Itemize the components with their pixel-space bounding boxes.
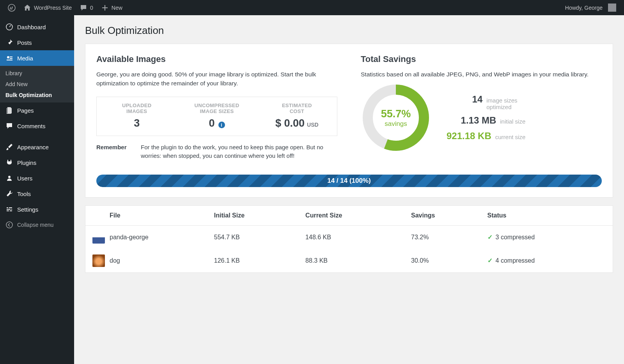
sidebar-item-settings[interactable]: Settings <box>0 201 74 217</box>
sidebar-item-comments[interactable]: Comments <box>0 118 74 134</box>
sidebar-item-appearance[interactable]: Appearance <box>0 139 74 155</box>
plug-icon <box>5 159 13 166</box>
pin-icon <box>5 39 13 46</box>
thumbnail <box>92 254 105 267</box>
site-name-text: WordPress Site <box>34 5 72 11</box>
comments-count: 0 <box>90 5 93 11</box>
progress-text: 14 / 14 (100%) <box>96 175 602 187</box>
table-row: panda-george 554.7 KB 148.6 KB 73.2% ✓3 … <box>85 225 613 249</box>
optimized-count: 14 <box>472 94 483 105</box>
cell-current: 88.3 KB <box>301 249 406 272</box>
site-name-link[interactable]: WordPress Site <box>20 0 76 15</box>
stat-cost-unit: USD <box>307 122 319 128</box>
th-file: File <box>110 206 209 226</box>
sidebar-item-pages[interactable]: Pages <box>0 102 74 118</box>
remember-text: For the plugin to do the work, you need … <box>141 143 337 161</box>
cell-initial: 126.1 KB <box>209 249 301 272</box>
stat-uncompressed: UNCOMPRESSEDIMAGE SIZES 0 i <box>177 97 257 136</box>
stats-row: UPLOADEDIMAGES 3 UNCOMPRESSEDIMAGE SIZES… <box>96 97 337 136</box>
media-submenu: Library Add New Bulk Optimization <box>0 66 74 102</box>
new-content-link[interactable]: New <box>97 0 126 15</box>
sidebar-label: Tools <box>17 191 31 197</box>
check-icon: ✓ <box>488 257 493 264</box>
main-content: Bulk Optimization Available Images Georg… <box>74 15 624 364</box>
plus-icon <box>101 4 109 12</box>
collapse-icon <box>5 221 13 229</box>
savings-list: 14 image sizes optimized 1.13 MB initial… <box>447 94 525 141</box>
initial-label: initial size <box>500 118 525 125</box>
comments-link[interactable]: 0 <box>76 0 97 15</box>
user-icon <box>5 174 13 182</box>
initial-size: 1.13 MB <box>461 115 496 126</box>
cell-initial: 554.7 KB <box>209 225 301 249</box>
cell-current: 148.6 KB <box>301 225 406 249</box>
svg-point-3 <box>8 176 11 178</box>
summary-panel: Available Images George, you are doing g… <box>85 44 613 198</box>
sidebar-item-tools[interactable]: Tools <box>0 186 74 201</box>
collapse-label: Collapse menu <box>17 222 53 228</box>
sidebar-label: Pages <box>17 107 34 114</box>
avatar <box>608 4 616 12</box>
svg-point-2 <box>7 56 9 58</box>
cell-status: 3 compressed <box>496 234 535 240</box>
info-icon[interactable]: i <box>218 122 225 128</box>
sidebar-label: Plugins <box>17 159 36 166</box>
savings-donut: 55.7% savings <box>361 83 431 153</box>
cell-file: panda-george <box>110 225 209 249</box>
stat-uploaded-value: 3 <box>134 117 140 129</box>
optimized-label: image sizes optimized <box>486 97 525 110</box>
comment-icon <box>80 4 87 12</box>
admin-bar: WordPress Site 0 New Howdy, George <box>0 0 624 15</box>
submenu-bulk-optimization[interactable]: Bulk Optimization <box>0 90 74 101</box>
sidebar-item-plugins[interactable]: Plugins <box>0 155 74 170</box>
sidebar-label: Posts <box>17 39 32 46</box>
progress-bar: 14 / 14 (100%) <box>96 175 602 187</box>
donut-percent: 55.7% <box>381 108 411 120</box>
admin-sidebar: Dashboard Posts Media Library Add New Bu… <box>0 15 74 364</box>
remember-block: Remember For the plugin to do the work, … <box>96 143 337 161</box>
submenu-add-new[interactable]: Add New <box>0 79 74 90</box>
th-savings: Savings <box>406 206 483 226</box>
wp-logo[interactable] <box>4 0 20 15</box>
sidebar-item-users[interactable]: Users <box>0 170 74 186</box>
cell-savings: 73.2% <box>406 225 483 249</box>
home-icon <box>23 4 31 12</box>
check-icon: ✓ <box>488 234 493 240</box>
cell-status: 4 compressed <box>496 257 535 264</box>
available-lead: George, you are doing good. 50% of your … <box>96 70 337 88</box>
pages-icon <box>5 106 13 114</box>
media-icon <box>5 54 13 62</box>
dashboard-icon <box>5 23 13 31</box>
brush-icon <box>5 143 13 151</box>
thumbnail <box>92 231 105 244</box>
total-savings-col: Total Savings Statistics based on all av… <box>361 54 602 161</box>
table-row: dog 126.1 KB 88.3 KB 30.0% ✓4 compressed <box>85 249 613 272</box>
available-images-col: Available Images George, you are doing g… <box>96 54 337 161</box>
current-label: current size <box>495 134 526 140</box>
sidebar-label: Users <box>17 175 32 182</box>
remember-title: Remember <box>96 143 131 161</box>
stat-cost: ESTIMATEDCOST $ 0.00 USD <box>257 97 337 136</box>
sidebar-item-dashboard[interactable]: Dashboard <box>0 19 74 35</box>
collapse-menu[interactable]: Collapse menu <box>0 217 74 233</box>
submenu-library[interactable]: Library <box>0 68 74 79</box>
savings-heading: Total Savings <box>361 54 602 64</box>
sidebar-label: Media <box>17 55 33 62</box>
th-initial: Initial Size <box>209 206 301 226</box>
th-status: Status <box>483 206 613 226</box>
stat-cost-value: $ 0.00 <box>275 117 305 129</box>
sidebar-item-posts[interactable]: Posts <box>0 35 74 50</box>
savings-lead: Statistics based on all available JPEG, … <box>361 70 602 79</box>
cell-file: dog <box>110 249 209 272</box>
results-table: File Initial Size Current Size Savings S… <box>85 205 613 273</box>
howdy-text: Howdy, George <box>565 5 603 11</box>
sidebar-label: Settings <box>17 206 38 213</box>
th-current: Current Size <box>301 206 406 226</box>
donut-label: savings <box>385 120 407 128</box>
new-label: New <box>112 5 122 11</box>
sidebar-label: Appearance <box>17 144 49 150</box>
sidebar-item-media[interactable]: Media <box>0 50 74 66</box>
sidebar-label: Comments <box>17 123 46 129</box>
available-heading: Available Images <box>96 54 337 64</box>
howdy-link[interactable]: Howdy, George <box>561 0 620 15</box>
